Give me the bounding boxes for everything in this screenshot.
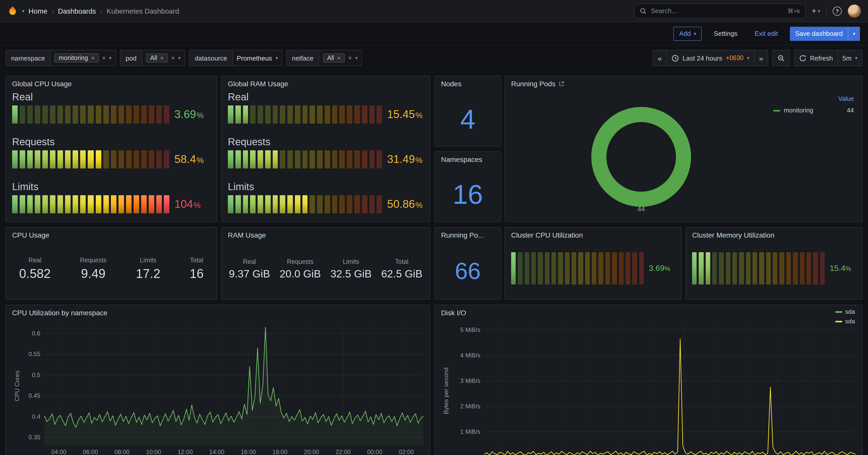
help-button[interactable]: ?: [833, 6, 842, 16]
panel-links-icon[interactable]: [558, 81, 564, 87]
add-new-caret-icon: ▾: [818, 8, 820, 13]
panel-title[interactable]: Nodes: [435, 76, 500, 91]
panel-title[interactable]: RAM Usage: [222, 227, 430, 243]
gauge-segment: [265, 106, 271, 123]
gauge-segment: [511, 252, 516, 284]
panel-title[interactable]: Disk I/O: [435, 305, 862, 320]
gauge-segment: [126, 106, 131, 123]
save-dashboard-button[interactable]: Save dashboard: [790, 27, 848, 40]
gauge-label: Limits: [228, 181, 424, 193]
gauge-segment: [103, 106, 108, 123]
panel-title[interactable]: CPU Usage: [6, 227, 217, 243]
gauge-segment: [95, 195, 101, 214]
panel-title[interactable]: CPU Utilization by namespace: [6, 305, 430, 320]
gauge-segment: [58, 150, 63, 169]
add-new-button[interactable]: + ▾: [811, 6, 820, 16]
panel-title[interactable]: Namespaces: [435, 152, 500, 167]
disk-io-chart-area[interactable]: 1 MiB/s2 MiB/s3 MiB/s4 MiB/s5 MiB/sBytes…: [441, 320, 856, 455]
settings-button[interactable]: Settings: [709, 27, 743, 40]
namespace-tag-remove-icon[interactable]: ×: [91, 55, 94, 61]
gauge-segment: [103, 150, 108, 169]
legend-item-sda-read[interactable]: sda: [835, 308, 855, 315]
save-dashboard-caret[interactable]: ▾: [848, 27, 860, 40]
add-panel-caret-icon: ▾: [694, 31, 696, 36]
panel-title[interactable]: Running Po...: [435, 227, 500, 243]
datasource-caret-icon: ▾: [276, 56, 278, 60]
variable-pod-value[interactable]: All × × ▾: [142, 50, 185, 66]
netface-tag[interactable]: All ×: [323, 54, 345, 62]
add-panel-button[interactable]: Add ▾: [674, 27, 702, 40]
gauge-segment: [712, 252, 717, 284]
gauge-segment: [42, 106, 48, 123]
gauge-block-requests: Requests 31.49%: [228, 136, 424, 169]
variable-datasource: datasource Prometheus ▾: [189, 50, 282, 66]
legend-series-swatch: [835, 311, 842, 313]
gauge-segment: [243, 195, 248, 214]
legend-value-header[interactable]: Value: [773, 95, 854, 103]
panel-cluster-cpu-utilization: Cluster CPU Utilization 3.69%: [504, 227, 682, 300]
gauge-label: Real: [228, 91, 424, 103]
svg-text:18:00: 18:00: [273, 449, 287, 455]
search-input[interactable]: [651, 7, 783, 15]
panel-title[interactable]: Running Pods: [505, 76, 862, 91]
gauge-segment: [118, 150, 124, 169]
pod-clear-icon[interactable]: ×: [172, 55, 175, 61]
panel-title[interactable]: Global RAM Usage: [222, 76, 430, 91]
refresh-interval-picker[interactable]: 5m ▾: [837, 51, 862, 65]
gauge-segment: [558, 252, 563, 284]
panel-title[interactable]: Cluster Memory Utilization: [686, 227, 862, 243]
legend-item-monitoring[interactable]: monitoring 44: [773, 107, 854, 114]
svg-text:0.5: 0.5: [32, 371, 40, 378]
namespace-tag[interactable]: monitoring ×: [55, 54, 98, 62]
exit-edit-button[interactable]: Exit edit: [749, 27, 783, 40]
breadcrumb-home[interactable]: Home: [29, 7, 48, 15]
gauge-segment: [42, 150, 48, 169]
gauge-segment: [592, 252, 596, 284]
gauge-segment: [606, 252, 610, 284]
pod-tag[interactable]: All ×: [146, 54, 168, 62]
disk-chart-svg[interactable]: 1 MiB/s2 MiB/s3 MiB/s4 MiB/s5 MiB/sBytes…: [441, 320, 857, 455]
time-shift-forward-button[interactable]: »: [754, 51, 768, 65]
gauge-segment: [133, 150, 139, 169]
gauge-segment: [317, 150, 322, 169]
cpu-chart-svg[interactable]: 04:0006:0008:0010:0012:0014:0016:0018:00…: [12, 320, 425, 455]
refresh-button[interactable]: Refresh: [795, 51, 837, 65]
gauge-segment: [806, 252, 811, 284]
org-switcher-caret-icon[interactable]: ▾: [22, 8, 25, 13]
panel-title[interactable]: Global CPU Usage: [6, 76, 217, 91]
gauge-segment: [73, 106, 79, 123]
svg-text:02:00: 02:00: [399, 449, 414, 455]
gauge-segment: [369, 106, 375, 123]
panel-title[interactable]: Cluster CPU Utilization: [505, 227, 681, 243]
search-box[interactable]: ⌘+k: [634, 3, 806, 19]
variable-datasource-value[interactable]: Prometheus ▾: [232, 50, 282, 66]
pod-tag-remove-icon[interactable]: ×: [160, 55, 164, 61]
user-avatar[interactable]: [848, 4, 861, 18]
grafana-logo-icon[interactable]: [7, 5, 18, 17]
gauge-segment: [50, 106, 56, 123]
namespace-clear-icon[interactable]: ×: [102, 55, 105, 61]
netface-tag-remove-icon[interactable]: ×: [337, 55, 341, 61]
gauge-value: 31.49%: [387, 153, 424, 166]
gauge-segment: [347, 150, 352, 169]
panel-cpu-usage: CPU Usage Real 0.582 Requests 9.49 Limit…: [5, 227, 217, 300]
gauge-segment: [354, 195, 360, 214]
time-range-picker[interactable]: Last 24 hours +0630 ▾: [666, 51, 754, 65]
zoom-out-time-button[interactable]: [773, 51, 789, 65]
gauge-segment: [42, 195, 48, 214]
gauge-segment: [347, 106, 352, 123]
variable-netface-value[interactable]: All × × ▾: [318, 50, 362, 66]
running-pods-donut[interactable]: [588, 104, 694, 210]
gauge-segment: [73, 195, 79, 214]
gauge-segment: [317, 195, 322, 214]
time-shift-back-button[interactable]: «: [653, 51, 666, 65]
gauge-segment: [579, 252, 583, 284]
netface-clear-icon[interactable]: ×: [348, 55, 352, 61]
cpu-utilization-chart-area[interactable]: 04:0006:0008:0010:0012:0014:0016:0018:00…: [12, 320, 424, 455]
gauge-segment: [12, 106, 18, 123]
gauge-segment: [236, 150, 241, 169]
stat-total: Total 62.5 GiB: [381, 258, 423, 280]
variable-namespace-value[interactable]: monitoring × × ▾: [50, 50, 116, 66]
gauge-segment: [12, 195, 18, 214]
breadcrumb-dashboards[interactable]: Dashboards: [58, 7, 96, 15]
